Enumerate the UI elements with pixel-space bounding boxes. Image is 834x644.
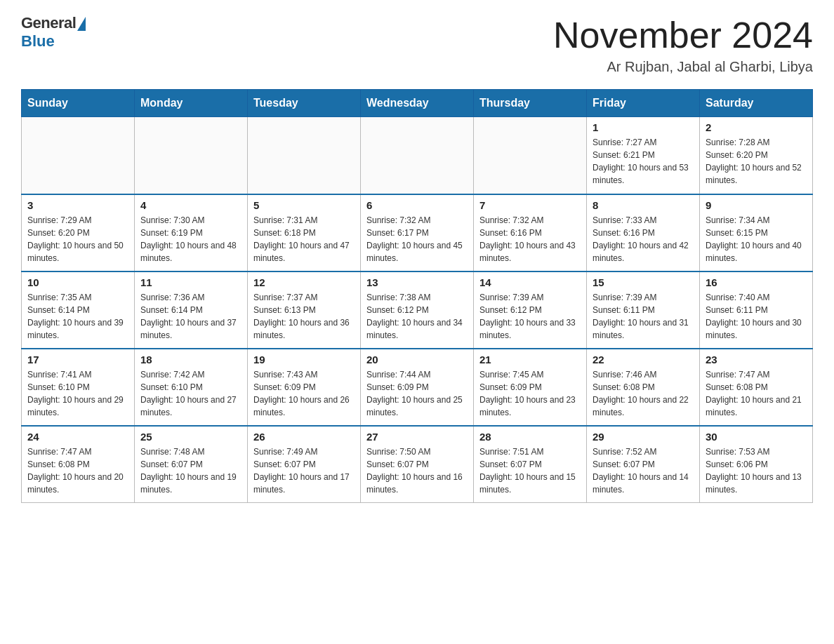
day-number: 6 — [366, 199, 468, 211]
table-row: 29Sunrise: 7:52 AMSunset: 6:07 PMDayligh… — [587, 426, 700, 503]
day-number: 17 — [27, 354, 128, 365]
day-info: Sunrise: 7:52 AMSunset: 6:07 PMDaylight:… — [593, 445, 694, 496]
table-row — [22, 117, 135, 194]
table-row: 14Sunrise: 7:39 AMSunset: 6:12 PMDayligh… — [474, 271, 587, 349]
day-number: 8 — [593, 199, 694, 211]
table-row: 16Sunrise: 7:40 AMSunset: 6:11 PMDayligh… — [700, 271, 813, 349]
table-row: 7Sunrise: 7:32 AMSunset: 6:16 PMDaylight… — [474, 194, 587, 271]
logo: General Blue — [21, 14, 86, 51]
location-text: Ar Rujban, Jabal al Gharbi, Libya — [553, 59, 813, 75]
day-info: Sunrise: 7:39 AMSunset: 6:12 PMDaylight:… — [479, 291, 581, 342]
day-info: Sunrise: 7:38 AMSunset: 6:12 PMDaylight:… — [366, 291, 468, 342]
day-info: Sunrise: 7:34 AMSunset: 6:15 PMDaylight:… — [706, 214, 807, 264]
day-info: Sunrise: 7:44 AMSunset: 6:09 PMDaylight:… — [366, 368, 468, 419]
day-number: 26 — [253, 431, 355, 443]
day-number: 20 — [366, 354, 468, 365]
table-row: 24Sunrise: 7:47 AMSunset: 6:08 PMDayligh… — [22, 426, 135, 503]
day-info: Sunrise: 7:33 AMSunset: 6:16 PMDaylight:… — [593, 214, 694, 264]
day-number: 24 — [27, 431, 128, 443]
day-info: Sunrise: 7:43 AMSunset: 6:09 PMDaylight:… — [253, 368, 355, 419]
day-info: Sunrise: 7:30 AMSunset: 6:19 PMDaylight:… — [140, 214, 241, 264]
day-number: 9 — [706, 199, 807, 211]
table-row: 25Sunrise: 7:48 AMSunset: 6:07 PMDayligh… — [135, 426, 248, 503]
day-number: 5 — [253, 199, 355, 211]
day-number: 3 — [27, 199, 128, 211]
month-title: November 2024 — [553, 14, 813, 56]
day-number: 7 — [479, 199, 581, 211]
table-row: 17Sunrise: 7:41 AMSunset: 6:10 PMDayligh… — [22, 349, 135, 426]
calendar-week-4: 17Sunrise: 7:41 AMSunset: 6:10 PMDayligh… — [22, 349, 813, 426]
day-number: 21 — [479, 354, 581, 365]
day-info: Sunrise: 7:47 AMSunset: 6:08 PMDaylight:… — [27, 445, 128, 496]
calendar-week-5: 24Sunrise: 7:47 AMSunset: 6:08 PMDayligh… — [22, 426, 813, 503]
header-tuesday: Tuesday — [248, 90, 361, 117]
calendar-week-2: 3Sunrise: 7:29 AMSunset: 6:20 PMDaylight… — [22, 194, 813, 271]
day-info: Sunrise: 7:35 AMSunset: 6:14 PMDaylight:… — [27, 291, 128, 342]
day-info: Sunrise: 7:29 AMSunset: 6:20 PMDaylight:… — [27, 214, 128, 264]
table-row: 6Sunrise: 7:32 AMSunset: 6:17 PMDaylight… — [361, 194, 474, 271]
page-header: General Blue November 2024 Ar Rujban, Ja… — [21, 14, 813, 75]
table-row: 22Sunrise: 7:46 AMSunset: 6:08 PMDayligh… — [587, 349, 700, 426]
day-number: 16 — [706, 276, 807, 288]
table-row — [361, 117, 474, 194]
day-number: 4 — [140, 199, 241, 211]
day-info: Sunrise: 7:53 AMSunset: 6:06 PMDaylight:… — [706, 445, 807, 496]
logo-general-text: General — [21, 14, 76, 32]
table-row: 30Sunrise: 7:53 AMSunset: 6:06 PMDayligh… — [700, 426, 813, 503]
day-info: Sunrise: 7:51 AMSunset: 6:07 PMDaylight:… — [479, 445, 581, 496]
day-info: Sunrise: 7:32 AMSunset: 6:17 PMDaylight:… — [366, 214, 468, 264]
day-number: 18 — [140, 354, 241, 365]
day-info: Sunrise: 7:40 AMSunset: 6:11 PMDaylight:… — [706, 291, 807, 342]
day-info: Sunrise: 7:31 AMSunset: 6:18 PMDaylight:… — [253, 214, 355, 264]
table-row: 28Sunrise: 7:51 AMSunset: 6:07 PMDayligh… — [474, 426, 587, 503]
calendar-table: Sunday Monday Tuesday Wednesday Thursday… — [21, 89, 813, 503]
day-info: Sunrise: 7:37 AMSunset: 6:13 PMDaylight:… — [253, 291, 355, 342]
table-row: 21Sunrise: 7:45 AMSunset: 6:09 PMDayligh… — [474, 349, 587, 426]
table-row: 9Sunrise: 7:34 AMSunset: 6:15 PMDaylight… — [700, 194, 813, 271]
header-sunday: Sunday — [22, 90, 135, 117]
logo-blue-text: Blue — [21, 32, 55, 51]
header-saturday: Saturday — [700, 90, 813, 117]
day-number: 1 — [593, 121, 694, 133]
day-number: 12 — [253, 276, 355, 288]
day-number: 19 — [253, 354, 355, 365]
table-row: 15Sunrise: 7:39 AMSunset: 6:11 PMDayligh… — [587, 271, 700, 349]
day-info: Sunrise: 7:39 AMSunset: 6:11 PMDaylight:… — [593, 291, 694, 342]
day-info: Sunrise: 7:28 AMSunset: 6:20 PMDaylight:… — [706, 136, 807, 187]
table-row: 18Sunrise: 7:42 AMSunset: 6:10 PMDayligh… — [135, 349, 248, 426]
table-row: 8Sunrise: 7:33 AMSunset: 6:16 PMDaylight… — [587, 194, 700, 271]
day-number: 13 — [366, 276, 468, 288]
day-number: 28 — [479, 431, 581, 443]
day-info: Sunrise: 7:48 AMSunset: 6:07 PMDaylight:… — [140, 445, 241, 496]
day-info: Sunrise: 7:49 AMSunset: 6:07 PMDaylight:… — [253, 445, 355, 496]
day-number: 27 — [366, 431, 468, 443]
table-row — [474, 117, 587, 194]
day-info: Sunrise: 7:41 AMSunset: 6:10 PMDaylight:… — [27, 368, 128, 419]
table-row: 27Sunrise: 7:50 AMSunset: 6:07 PMDayligh… — [361, 426, 474, 503]
day-number: 23 — [706, 354, 807, 365]
day-info: Sunrise: 7:45 AMSunset: 6:09 PMDaylight:… — [479, 368, 581, 419]
table-row: 3Sunrise: 7:29 AMSunset: 6:20 PMDaylight… — [22, 194, 135, 271]
day-info: Sunrise: 7:32 AMSunset: 6:16 PMDaylight:… — [479, 214, 581, 264]
day-number: 2 — [706, 121, 807, 133]
table-row: 10Sunrise: 7:35 AMSunset: 6:14 PMDayligh… — [22, 271, 135, 349]
day-number: 15 — [593, 276, 694, 288]
day-info: Sunrise: 7:46 AMSunset: 6:08 PMDaylight:… — [593, 368, 694, 419]
table-row — [135, 117, 248, 194]
header-thursday: Thursday — [474, 90, 587, 117]
header-monday: Monday — [135, 90, 248, 117]
table-row: 11Sunrise: 7:36 AMSunset: 6:14 PMDayligh… — [135, 271, 248, 349]
day-number: 29 — [593, 431, 694, 443]
table-row: 1Sunrise: 7:27 AMSunset: 6:21 PMDaylight… — [587, 117, 700, 194]
day-info: Sunrise: 7:36 AMSunset: 6:14 PMDaylight:… — [140, 291, 241, 342]
table-row — [248, 117, 361, 194]
title-section: November 2024 Ar Rujban, Jabal al Gharbi… — [553, 14, 813, 75]
table-row: 26Sunrise: 7:49 AMSunset: 6:07 PMDayligh… — [248, 426, 361, 503]
day-info: Sunrise: 7:42 AMSunset: 6:10 PMDaylight:… — [140, 368, 241, 419]
day-number: 22 — [593, 354, 694, 365]
logo-triangle-icon — [77, 17, 86, 31]
day-number: 25 — [140, 431, 241, 443]
calendar-header-row: Sunday Monday Tuesday Wednesday Thursday… — [22, 90, 813, 117]
day-number: 10 — [27, 276, 128, 288]
header-friday: Friday — [587, 90, 700, 117]
